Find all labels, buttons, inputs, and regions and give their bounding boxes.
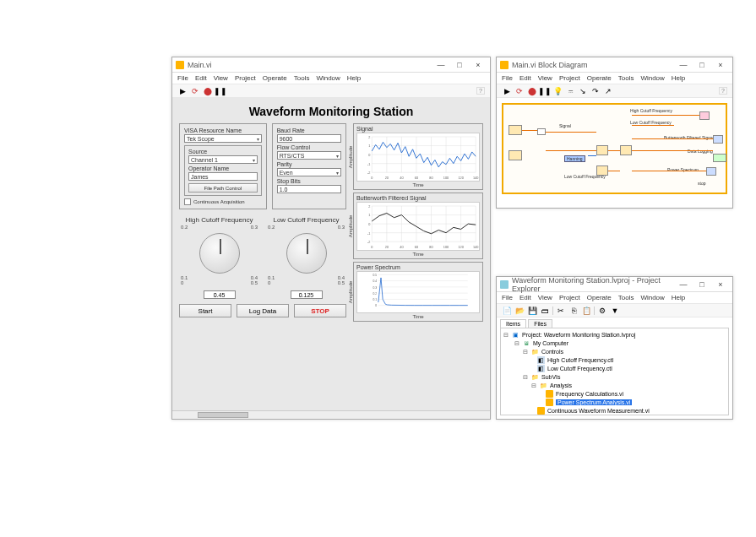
menu-file[interactable]: File <box>502 74 513 82</box>
bd-node-filter[interactable] <box>596 145 608 155</box>
menu-project[interactable]: Project <box>559 74 580 82</box>
horizontal-scrollbar[interactable] <box>172 410 490 419</box>
bd-node-split[interactable] <box>537 128 546 135</box>
run-button[interactable]: ▶ <box>177 86 188 96</box>
low-cutoff-value[interactable]: 0.125 <box>291 290 323 299</box>
scrollbar-thumb[interactable] <box>198 412 248 418</box>
abort-button[interactable]: ⬤ <box>203 86 213 96</box>
bd-node-fft[interactable] <box>596 165 608 176</box>
bd-node-analyze[interactable] <box>620 145 632 155</box>
bd-node-indicator-bwf[interactable] <box>713 135 723 144</box>
parity-combo[interactable]: Even <box>277 168 341 176</box>
tree-lcf-ctl[interactable]: ◧Low Cutoff Frequency.ctl <box>503 365 726 373</box>
menu-project[interactable]: Project <box>559 294 580 301</box>
stop-button[interactable]: STOP <box>294 304 346 317</box>
filter-icon[interactable]: ▼ <box>610 306 620 316</box>
minimize-button[interactable]: — <box>432 60 449 70</box>
chart-filtered-plot[interactable]: Amplitude -2-1012020406080100120140 <box>356 202 480 251</box>
new-icon[interactable]: 📄 <box>502 306 512 316</box>
tab-items[interactable]: Items <box>500 319 526 328</box>
step-over-icon[interactable]: ↷ <box>590 86 601 96</box>
pause-button[interactable]: ❚❚ <box>215 86 226 96</box>
menu-help[interactable]: Help <box>347 74 361 82</box>
menu-operate[interactable]: Operate <box>587 74 612 82</box>
menu-operate[interactable]: Operate <box>587 294 612 301</box>
run-continuous-button[interactable]: ⟳ <box>190 86 200 96</box>
source-combo[interactable]: Channel 1 <box>188 155 258 164</box>
menu-edit[interactable]: Edit <box>519 74 531 82</box>
close-button[interactable]: × <box>470 60 487 70</box>
menu-edit[interactable]: Edit <box>195 74 207 82</box>
baud-rate-input[interactable]: 9600 <box>277 134 341 143</box>
titlebar[interactable]: Waveform Monitoring Station.lvproj - Pro… <box>497 277 732 292</box>
tree-analysis-folder[interactable]: ⊟📁Analysis <box>503 382 726 390</box>
chart-signal-plot[interactable]: Amplitude -2-1012020406080100120140 <box>356 133 480 182</box>
menu-view[interactable]: View <box>214 74 228 82</box>
tree-freq-calc-vi[interactable]: Frequency Calculations.vi <box>503 390 726 399</box>
tree-cwm-vi[interactable]: Continuous Waveform Measurement.vi <box>503 407 726 415</box>
chart-spectrum-plot[interactable]: Amplitude 00.10.20.30.40.5 <box>356 271 480 313</box>
cut-icon[interactable]: ✂ <box>556 306 566 316</box>
file-path-button[interactable]: File Path Control <box>188 183 258 193</box>
copy-icon[interactable]: ⎘ <box>568 306 579 316</box>
low-cutoff-knob[interactable] <box>286 233 327 274</box>
high-cutoff-knob[interactable] <box>199 233 240 274</box>
menu-file[interactable]: File <box>502 294 513 301</box>
menu-window[interactable]: Window <box>640 294 664 301</box>
close-button[interactable]: × <box>712 60 729 70</box>
menu-tools[interactable]: Tools <box>618 74 634 82</box>
tree-subvis-folder[interactable]: ⊟📁SubVIs <box>503 373 726 382</box>
maximize-button[interactable]: □ <box>451 60 468 70</box>
menu-window[interactable]: Window <box>316 74 340 82</box>
bd-label-hanning[interactable]: Hanning <box>564 155 585 162</box>
menu-tools[interactable]: Tools <box>294 74 310 82</box>
menu-help[interactable]: Help <box>672 74 685 82</box>
paste-icon[interactable]: 📋 <box>581 306 591 316</box>
titlebar[interactable]: Main.vi — □ × <box>172 57 490 73</box>
context-help-icon[interactable]: ? <box>476 87 485 95</box>
menu-file[interactable]: File <box>177 74 188 82</box>
close-button[interactable]: × <box>712 279 729 290</box>
resolve-conflicts-icon[interactable]: ⚙ <box>597 306 607 316</box>
minimize-button[interactable]: — <box>675 60 692 70</box>
step-out-icon[interactable]: ↗ <box>603 86 613 96</box>
titlebar[interactable]: Main.vi Block Diagram — □ × <box>497 57 732 73</box>
run-button[interactable]: ▶ <box>502 86 512 96</box>
maximize-button[interactable]: □ <box>693 60 710 70</box>
tree-my-computer[interactable]: ⊟🖥My Computer <box>503 339 726 348</box>
menu-view[interactable]: View <box>538 74 552 82</box>
abort-button[interactable]: ⬤ <box>527 86 537 96</box>
save-icon[interactable]: 💾 <box>527 306 537 316</box>
menu-help[interactable]: Help <box>672 294 685 301</box>
bd-node-config[interactable] <box>509 150 522 160</box>
bd-node-indicator-ps[interactable] <box>706 167 716 176</box>
start-button[interactable]: Start <box>179 304 231 317</box>
high-cutoff-value[interactable]: 0.45 <box>204 290 236 299</box>
menu-operate[interactable]: Operate <box>263 74 287 82</box>
minimize-button[interactable]: — <box>675 279 692 290</box>
bd-node-indicator-log[interactable] <box>713 154 726 162</box>
save-all-icon[interactable]: 🗃 <box>540 306 550 316</box>
operator-name-input[interactable]: James <box>188 172 258 181</box>
menu-project[interactable]: Project <box>235 74 256 82</box>
flow-control-combo[interactable]: RTS/CTS <box>277 151 341 160</box>
tree-ps-analysis-vi[interactable]: Power Spectrum Analysis.vi <box>503 399 726 407</box>
tree-project-root[interactable]: ⊟▣Project: Waveform Monitoring Station.l… <box>503 331 726 339</box>
bd-node-daq[interactable] <box>509 125 522 135</box>
project-tree[interactable]: ⊟▣Project: Waveform Monitoring Station.l… <box>500 328 729 415</box>
tree-controls-folder[interactable]: ⊟📁Controls <box>503 348 726 356</box>
context-help-icon[interactable]: ? <box>719 87 727 95</box>
menu-window[interactable]: Window <box>640 74 664 82</box>
tree-hcf-ctl[interactable]: ◧High Cutoff Frequency.ctl <box>503 356 726 365</box>
bd-node-indicator-hcf[interactable] <box>699 111 710 120</box>
stop-bits-input[interactable]: 1.0 <box>277 185 341 193</box>
tab-files[interactable]: Files <box>528 319 552 328</box>
run-continuous-button[interactable]: ⟳ <box>514 86 525 96</box>
block-diagram-canvas[interactable]: Signal High Cutoff Frequency Low Cutoff … <box>502 103 727 194</box>
open-icon[interactable]: 📂 <box>514 306 525 316</box>
log-data-button[interactable]: Log Data <box>237 304 289 317</box>
highlight-exec-icon[interactable]: 💡 <box>552 86 563 96</box>
pause-button[interactable]: ❚❚ <box>540 86 550 96</box>
retain-wire-icon[interactable]: ⎓ <box>565 86 575 96</box>
visa-resource-combo[interactable]: Tek Scope <box>184 134 262 143</box>
